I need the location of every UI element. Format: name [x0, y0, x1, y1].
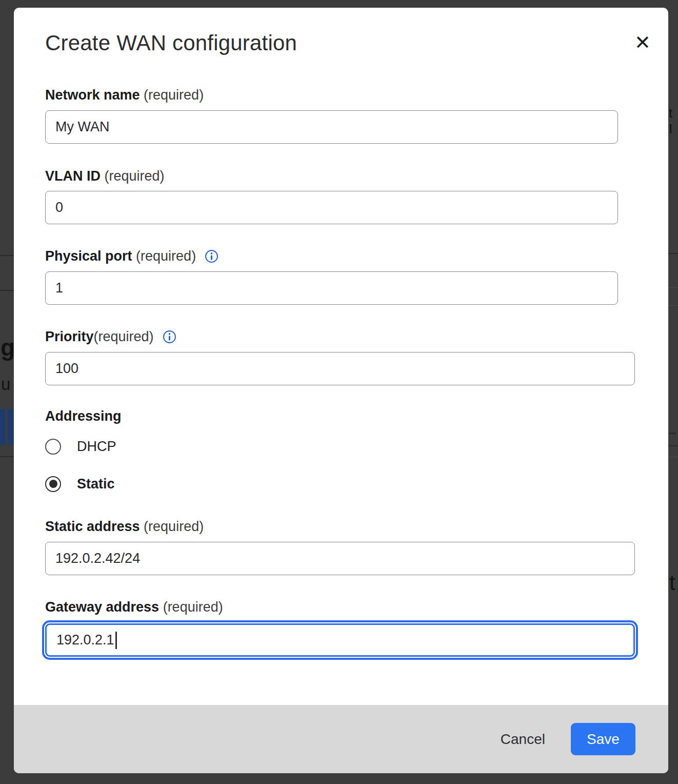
background-table-line	[0, 290, 14, 291]
background-text-fragment: t I	[669, 105, 678, 137]
radio-unchecked-icon[interactable]	[45, 439, 61, 455]
physical-port-input[interactable]: 1	[45, 271, 618, 305]
background-text-fragment: u	[1, 375, 10, 394]
addressing-heading: Addressing	[45, 408, 668, 426]
background-table-line	[668, 253, 678, 254]
info-icon[interactable]	[163, 330, 176, 344]
background-table-line	[668, 305, 678, 306]
background-table-line	[0, 255, 14, 256]
background-button-fragment	[8, 409, 13, 445]
addressing-option-dhcp[interactable]: DHCP	[45, 438, 668, 455]
radio-checked-icon[interactable]	[45, 476, 61, 492]
radio-dot	[49, 480, 57, 488]
background-table-line	[668, 287, 678, 288]
priority-input[interactable]: 100	[45, 352, 635, 385]
physical-port-value: 1	[55, 280, 63, 296]
priority-label: Priority(required)	[45, 328, 668, 345]
background-table-line	[668, 457, 678, 457]
network-name-value: My WAN	[55, 119, 109, 135]
gateway-address-label: Gateway address (required)	[45, 598, 668, 616]
static-address-input[interactable]: 192.0.2.42/24	[45, 542, 635, 575]
dialog-title: Create WAN configuration	[45, 31, 668, 55]
physical-port-label: Physical port (required)	[45, 247, 668, 265]
background-dotted-fragment	[669, 433, 675, 434]
static-address-label: Static address (required)	[45, 518, 668, 535]
static-radio-label: Static	[77, 476, 115, 492]
network-name-label: Network name (required)	[45, 86, 668, 104]
dhcp-radio-label: DHCP	[77, 439, 116, 455]
background-divider-line	[0, 456, 14, 457]
priority-value: 100	[55, 361, 78, 377]
background-button-fragment	[0, 409, 5, 445]
background-table-line	[668, 445, 678, 446]
vlan-id-label: VLAN ID (required)	[45, 167, 668, 185]
vlan-id-input[interactable]: 0	[45, 191, 618, 224]
static-address-value: 192.0.2.42/24	[55, 551, 140, 566]
create-wan-configuration-dialog: ✕ Create WAN configuration Network name …	[14, 8, 668, 773]
text-cursor	[115, 632, 117, 649]
network-name-input[interactable]: My WAN	[45, 110, 618, 144]
background-text-fragment: t	[669, 571, 675, 595]
background-text-fragment: g	[1, 334, 15, 361]
cancel-button[interactable]: Cancel	[501, 731, 545, 748]
info-icon[interactable]	[205, 249, 218, 263]
vlan-id-value: 0	[55, 200, 63, 215]
save-button[interactable]: Save	[571, 723, 635, 755]
dialog-footer: Cancel Save	[14, 705, 668, 773]
addressing-option-static[interactable]: Static	[45, 476, 668, 492]
gateway-address-input[interactable]: 192.0.2.1	[45, 623, 635, 657]
gateway-address-value: 192.0.2.1	[56, 632, 114, 648]
